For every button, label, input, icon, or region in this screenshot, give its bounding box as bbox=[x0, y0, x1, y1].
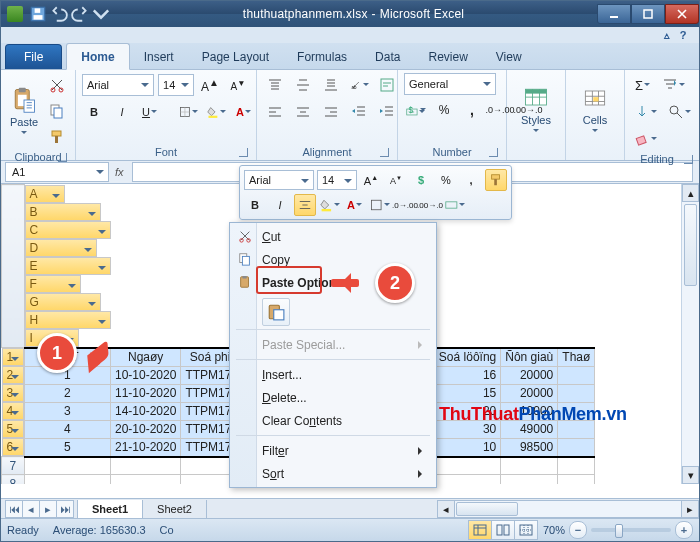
tab-insert[interactable]: Insert bbox=[130, 44, 188, 69]
increase-decimal-icon[interactable]: .0→.00 bbox=[394, 194, 416, 216]
align-middle-icon[interactable] bbox=[291, 73, 315, 97]
row-header-3[interactable]: 3 bbox=[2, 384, 24, 402]
cell[interactable]: 14-10-2020 bbox=[111, 402, 181, 420]
font-size-select[interactable]: 14 bbox=[158, 74, 194, 96]
cell[interactable]: 11-10-2020 bbox=[111, 384, 181, 402]
format-painter-icon[interactable] bbox=[45, 125, 69, 149]
cell[interactable]: 4 bbox=[24, 420, 111, 438]
shrink-font-icon[interactable]: A▼ bbox=[226, 73, 250, 97]
copy-icon[interactable] bbox=[45, 99, 69, 123]
menu-sort[interactable]: Sort bbox=[232, 462, 434, 485]
percent-format-icon[interactable]: % bbox=[432, 98, 456, 122]
cell[interactable]: 10-10-2020 bbox=[111, 366, 181, 384]
cell[interactable]: 16 bbox=[434, 366, 500, 384]
view-page-layout-icon[interactable] bbox=[491, 520, 515, 540]
tab-home[interactable]: Home bbox=[66, 43, 129, 70]
number-format-select[interactable]: General bbox=[404, 73, 496, 95]
col-header-H[interactable]: H bbox=[25, 311, 111, 329]
select-all-cell[interactable] bbox=[2, 185, 25, 348]
cell[interactable] bbox=[558, 438, 595, 457]
paste-button[interactable]: Paste bbox=[7, 75, 41, 147]
align-top-icon[interactable] bbox=[263, 73, 287, 97]
cell[interactable]: Soá löôïng bbox=[434, 348, 500, 367]
merge-center-icon[interactable] bbox=[444, 194, 466, 216]
fx-icon[interactable]: fx bbox=[115, 166, 124, 178]
cell[interactable]: 20000 bbox=[501, 384, 558, 402]
cell[interactable] bbox=[501, 475, 558, 485]
scroll-thumb[interactable] bbox=[684, 204, 697, 286]
fill-icon[interactable] bbox=[631, 100, 661, 124]
scroll-up-icon[interactable]: ▴ bbox=[682, 184, 699, 202]
sheet-tab-1[interactable]: Sheet1 bbox=[77, 500, 143, 519]
zoom-in-button[interactable]: + bbox=[675, 521, 693, 539]
cell[interactable] bbox=[24, 457, 111, 475]
cell[interactable] bbox=[434, 457, 500, 475]
styles-button[interactable]: Styles bbox=[513, 73, 559, 145]
fill-color-icon[interactable] bbox=[319, 194, 341, 216]
cells-button[interactable]: Cells bbox=[572, 73, 618, 145]
orientation-icon[interactable]: ab bbox=[347, 73, 371, 97]
zoom-slider[interactable] bbox=[591, 528, 671, 532]
cell[interactable] bbox=[111, 475, 181, 485]
menu-delete[interactable]: Delete... bbox=[232, 386, 434, 409]
mini-size-select[interactable]: 14 bbox=[317, 170, 357, 190]
cell[interactable] bbox=[111, 457, 181, 475]
qat-customize-icon[interactable] bbox=[92, 5, 110, 23]
borders-icon[interactable] bbox=[369, 194, 391, 216]
menu-insert[interactable]: Insert... bbox=[232, 363, 434, 386]
tab-page-layout[interactable]: Page Layout bbox=[188, 44, 283, 69]
row-header-4[interactable]: 4 bbox=[2, 402, 24, 420]
italic-button[interactable]: I bbox=[110, 100, 134, 124]
menu-copy[interactable]: Copy bbox=[232, 248, 434, 271]
grow-font-icon[interactable]: A▲ bbox=[360, 169, 382, 191]
cell[interactable]: STT bbox=[24, 348, 111, 367]
close-button[interactable] bbox=[665, 4, 699, 24]
tab-data[interactable]: Data bbox=[361, 44, 414, 69]
bold-button[interactable]: B bbox=[244, 194, 266, 216]
view-page-break-icon[interactable] bbox=[514, 520, 538, 540]
row-header-5[interactable]: 5 bbox=[2, 420, 24, 438]
hscroll-thumb[interactable] bbox=[456, 502, 518, 516]
col-header-E[interactable]: E bbox=[25, 257, 111, 275]
maximize-button[interactable] bbox=[631, 4, 665, 24]
view-normal-icon[interactable] bbox=[468, 520, 492, 540]
menu-clear-contents[interactable]: Clear Contents bbox=[232, 409, 434, 432]
row-header-7[interactable]: 7 bbox=[2, 457, 25, 475]
cell[interactable] bbox=[558, 366, 595, 384]
row-header-6[interactable]: 6 bbox=[2, 438, 24, 456]
cell[interactable]: 20-10-2020 bbox=[111, 420, 181, 438]
save-icon[interactable] bbox=[29, 5, 47, 23]
clear-icon[interactable] bbox=[631, 127, 661, 151]
col-header-A[interactable]: A bbox=[25, 185, 65, 203]
cell[interactable]: 2 bbox=[24, 384, 111, 402]
cell[interactable]: 20000 bbox=[501, 366, 558, 384]
cell[interactable] bbox=[501, 457, 558, 475]
horizontal-scrollbar[interactable]: ◂ ▸ bbox=[437, 500, 699, 518]
sheet-tab-2[interactable]: Sheet2 bbox=[142, 500, 207, 519]
bold-button[interactable]: B bbox=[82, 100, 106, 124]
scroll-down-icon[interactable]: ▾ bbox=[682, 466, 699, 484]
minimize-button[interactable] bbox=[597, 4, 631, 24]
align-left-icon[interactable] bbox=[263, 100, 287, 124]
tab-formulas[interactable]: Formulas bbox=[283, 44, 361, 69]
menu-filter[interactable]: Filter bbox=[232, 439, 434, 462]
row-header-8[interactable]: 8 bbox=[2, 475, 25, 485]
decrease-indent-icon[interactable] bbox=[347, 100, 371, 124]
cut-icon[interactable] bbox=[45, 73, 69, 97]
grow-font-icon[interactable]: A▲ bbox=[198, 73, 222, 97]
row-header-2[interactable]: 2 bbox=[2, 366, 24, 384]
cell[interactable]: 5 bbox=[24, 438, 111, 457]
decrease-decimal-icon[interactable]: .00→.0 bbox=[419, 194, 441, 216]
sheet-nav-next[interactable]: ▸ bbox=[39, 500, 57, 518]
col-header-D[interactable]: D bbox=[25, 239, 97, 257]
menu-cut[interactable]: CuCutt bbox=[232, 225, 434, 248]
sheet-nav-prev[interactable]: ◂ bbox=[22, 500, 40, 518]
tab-view[interactable]: View bbox=[482, 44, 536, 69]
percent-format-icon[interactable]: % bbox=[435, 169, 457, 191]
font-color-icon[interactable]: A bbox=[232, 100, 256, 124]
format-painter-icon[interactable] bbox=[485, 169, 507, 191]
vertical-scrollbar[interactable]: ▴ ▾ bbox=[681, 184, 699, 484]
cell[interactable] bbox=[558, 457, 595, 475]
redo-icon[interactable] bbox=[71, 5, 89, 23]
sort-filter-icon[interactable] bbox=[659, 73, 689, 97]
